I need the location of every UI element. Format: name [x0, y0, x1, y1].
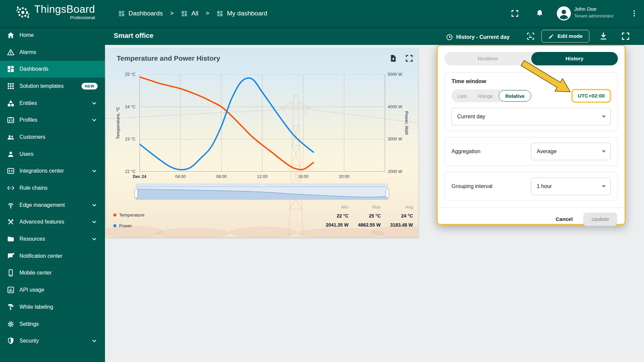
home-icon: [7, 31, 15, 39]
sidebar-item-solution-templates[interactable]: Solution templates NEW: [0, 78, 105, 95]
legend-header-min: Min: [316, 204, 348, 209]
toggle-history[interactable]: History: [531, 52, 618, 65]
dashboard-title: Smart office: [114, 32, 153, 40]
navigator-band[interactable]: [136, 187, 388, 200]
customers-icon: [7, 133, 15, 141]
download-icon[interactable]: [599, 32, 608, 41]
widget-title: Temperature and Power History: [117, 54, 220, 62]
navigator-left-handle[interactable]: [135, 189, 138, 198]
navigator-top-strip[interactable]: [136, 184, 388, 187]
edge-management-icon: [7, 201, 15, 209]
sidebar-item-security[interactable]: Security: [0, 333, 105, 350]
legend-item-power[interactable]: Power: [113, 223, 132, 228]
cancel-button[interactable]: Cancel: [552, 214, 576, 225]
aggregation-label: Aggregation: [451, 148, 480, 155]
chevron-down-icon: [91, 168, 98, 174]
realtime-history-toggle: Realtime History: [444, 52, 618, 65]
edit-mode-button[interactable]: Edit mode: [541, 30, 589, 43]
sidebar-item-alarms[interactable]: Alarms: [0, 44, 105, 61]
alarm-icon: [7, 48, 15, 56]
user-menu[interactable]: John Doe Tenant administrator: [574, 6, 624, 18]
thingsboard-logo[interactable]: ThingsBoard Professional: [15, 4, 95, 20]
breadcrumb-my-dashboard[interactable]: My dashboard: [216, 10, 267, 17]
power-max: 4862.55 W: [348, 222, 381, 228]
temperature-series-dot: [113, 214, 116, 217]
legend-header-max: Max: [348, 204, 381, 209]
update-button: Update: [583, 213, 617, 226]
sidebar-item-advanced-features[interactable]: Advanced features: [0, 214, 105, 231]
y-axis-left-labels: 25 °C24 °C23 °C22 °C: [106, 74, 137, 172]
solution-templates-icon: [7, 82, 15, 90]
fullscreen-icon[interactable]: [510, 8, 520, 18]
profiles-icon: [7, 116, 15, 124]
timewindow-button[interactable]: History - Current day: [437, 29, 519, 45]
temperature-max: 25 °C: [348, 213, 381, 219]
chevron-down-icon: [91, 100, 98, 107]
more-vert-icon[interactable]: [629, 8, 639, 18]
dashboard-grid-icon: [181, 10, 188, 17]
y-left-tick: 24 °C: [125, 105, 136, 109]
navigator-grip-icon[interactable]: [260, 185, 264, 186]
brand-edition: Professional: [34, 15, 95, 20]
legend-header-avg: Avg: [381, 204, 413, 209]
sidebar-item-dashboards[interactable]: Dashboards: [0, 61, 105, 78]
sidebar-item-api-usage[interactable]: API usage: [0, 282, 105, 299]
thingsboard-logo-icon: [15, 4, 31, 20]
export-file-icon[interactable]: [389, 54, 397, 63]
navigator-right-handle[interactable]: [386, 189, 389, 198]
interval-select[interactable]: Current day: [451, 108, 611, 125]
power-avg: 3183.48 W: [381, 222, 413, 228]
thingsboard-app: ThingsBoard Professional Dashboards > Al…: [0, 0, 644, 362]
dashboard-fullscreen-icon[interactable]: [621, 32, 630, 41]
notification-icon: [7, 252, 15, 260]
x-axis-labels: Dec 2404:0008:0012:0016:0020:00: [140, 174, 385, 180]
y-axis-right-labels: 5000 W4000 W3000 W2000 W: [388, 74, 415, 172]
y-axis-right-title: Power, Watt: [404, 111, 409, 135]
aggregation-card: Aggregation Average: [444, 137, 618, 166]
chevron-down-icon: [602, 185, 606, 187]
dashboards-icon: [7, 65, 15, 73]
users-icon: [7, 150, 15, 158]
breadcrumb-all[interactable]: All: [181, 10, 198, 17]
aggregation-select[interactable]: Average: [531, 143, 611, 160]
grouping-interval-select[interactable]: 1 hour: [531, 178, 611, 195]
tab-last[interactable]: Last: [451, 93, 472, 99]
sidebar-item-customers[interactable]: Customers: [0, 129, 105, 146]
timewindow-panel: Realtime History Time window Last Range …: [437, 45, 626, 225]
dashboard-grid-icon: [216, 10, 223, 17]
line-chart-plot[interactable]: [140, 74, 385, 172]
timezone-button[interactable]: UTC+02:00: [572, 89, 611, 103]
sidebar-item-settings[interactable]: Settings: [0, 316, 105, 333]
sidebar-item-profiles[interactable]: Profiles: [0, 112, 105, 129]
widget-fullscreen-icon[interactable]: [405, 54, 414, 63]
sidebar-item-users[interactable]: Users: [0, 146, 105, 163]
breadcrumb: Dashboards > All > My dashboard: [118, 0, 267, 27]
sidebar-item-resources[interactable]: Resources: [0, 231, 105, 248]
sidebar-item-mobile-center[interactable]: Mobile center: [0, 265, 105, 282]
toggle-realtime[interactable]: Realtime: [444, 52, 531, 65]
tab-relative[interactable]: Relative: [499, 90, 532, 102]
clock-icon: [446, 34, 453, 41]
y-left-tick: 23 °C: [125, 137, 136, 141]
dashboard-toolbar: Smart office History - Current day Edit …: [105, 27, 644, 45]
sidebar-item-rule-chains[interactable]: Rule chains: [0, 180, 105, 197]
sidebar-item-entities[interactable]: Entities: [0, 95, 105, 112]
sidebar-item-home[interactable]: Home: [0, 27, 105, 44]
tab-range[interactable]: Range: [472, 93, 498, 99]
sidebar-item-integrations-center[interactable]: Integrations center: [0, 163, 105, 180]
breadcrumb-dashboards[interactable]: Dashboards: [118, 10, 163, 17]
chevron-down-icon: [602, 116, 606, 118]
dashboard-image-icon[interactable]: [526, 32, 535, 41]
new-badge: NEW: [82, 83, 98, 89]
user-avatar[interactable]: [557, 6, 571, 20]
sidebar-item-edge-management[interactable]: Edge management: [0, 197, 105, 214]
sidebar-item-white-labeling[interactable]: White labeling: [0, 299, 105, 316]
entities-icon: [7, 99, 15, 107]
sidebar-item-notification-center[interactable]: Notification center: [0, 248, 105, 265]
y-left-tick: 25 °C: [125, 72, 136, 77]
x-tick: 12:00: [257, 174, 267, 179]
notifications-bell-icon[interactable]: [535, 8, 545, 18]
legend-item-temperature[interactable]: Temperature: [113, 213, 145, 218]
time-range-navigator[interactable]: [136, 184, 388, 200]
x-tick: 16:00: [298, 174, 308, 179]
